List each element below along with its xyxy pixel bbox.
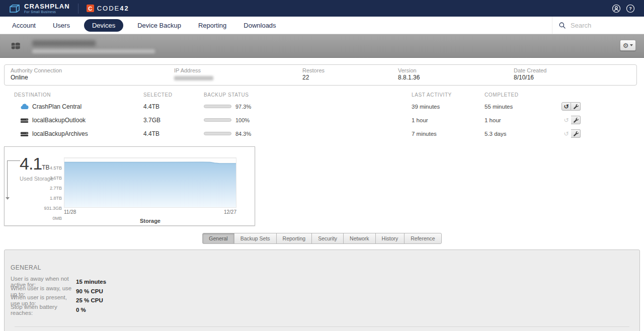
- backup-percent: 84.3%: [235, 131, 251, 137]
- selected-size: 3.7GB: [143, 117, 204, 124]
- destination-row: localBackupOutlook 3.7GB 100% 1 hour 1 h…: [4, 113, 637, 127]
- restore-button[interactable]: ↺: [561, 116, 571, 124]
- page-content: Authority Connection Online IP Address R…: [0, 64, 644, 331]
- brand-divider: [78, 4, 78, 14]
- search-box: [552, 17, 644, 34]
- tools-button[interactable]: [571, 129, 581, 138]
- destination-icon: [20, 117, 29, 124]
- info-authority-connection: Authority Connection Online: [5, 67, 168, 82]
- setting-row: User is away when not active for: 15 min…: [11, 277, 633, 287]
- account-icon[interactable]: [612, 4, 621, 13]
- tab-history[interactable]: History: [375, 233, 405, 244]
- destination-icon: [20, 103, 29, 110]
- device-actions-button[interactable]: ⚙: [620, 40, 636, 51]
- info-restores: Restores 22: [296, 67, 392, 82]
- backup-percent: 97.3%: [235, 104, 251, 110]
- nav-item-device-backup[interactable]: Device Backup: [137, 19, 181, 32]
- last-activity: 7 minutes: [412, 131, 485, 137]
- svg-text:?: ?: [629, 6, 632, 11]
- restore-button[interactable]: ↺: [561, 102, 571, 111]
- setting-row: When user is away, use up to: 90 % CPU: [11, 287, 633, 296]
- nav-item-users[interactable]: Users: [53, 19, 70, 32]
- tools-button[interactable]: [571, 116, 581, 124]
- destinations-header-row: DESTINATION SELECTED BACKUP STATUS LAST …: [4, 90, 637, 100]
- chart-plot-area: [64, 157, 236, 208]
- setting-row: Stop when battery reaches: 0 %: [11, 305, 633, 315]
- settings-tabs: General Backup Sets Reporting Security N…: [0, 233, 644, 244]
- help-icon[interactable]: ?: [626, 4, 635, 13]
- tab-reporting[interactable]: Reporting: [276, 233, 312, 244]
- backup-percent: 100%: [235, 117, 250, 123]
- general-section-title: GENERAL: [11, 264, 633, 271]
- crashplan-logo: CRASHPLAN For Small Business: [9, 3, 70, 14]
- completed: 5.3 days: [485, 131, 561, 137]
- last-activity: 1 hour: [412, 117, 485, 123]
- code42-wordmark: CODE42: [97, 5, 129, 12]
- tab-reference[interactable]: Reference: [404, 233, 441, 244]
- nav-item-account[interactable]: Account: [12, 19, 36, 32]
- tab-general[interactable]: General: [202, 233, 234, 244]
- wrench-icon: [573, 104, 579, 109]
- tools-button[interactable]: [571, 102, 581, 111]
- completed: 55 minutes: [485, 104, 561, 110]
- chart-y-axis: 4.5TB 3.6TB 2.7TB 1.8TB 931.3GB 0MB: [33, 168, 62, 218]
- code42-logo: C CODE42: [87, 5, 129, 12]
- nav-item-reporting[interactable]: Reporting: [198, 19, 226, 32]
- chevron-down-icon: [630, 44, 633, 46]
- crashplan-wordmark: CRASHPLAN: [24, 3, 70, 10]
- crashplan-tagline: For Small Business: [24, 11, 70, 14]
- tab-backup-sets[interactable]: Backup Sets: [234, 233, 277, 244]
- destination-name[interactable]: localBackupArchives: [32, 130, 88, 137]
- code42-c-icon: C: [87, 5, 94, 12]
- selected-size: 4.4TB: [143, 103, 204, 110]
- device-header-bar: ⚙: [0, 34, 644, 58]
- device-name-redacted: [32, 40, 96, 46]
- backup-progress-bar: [204, 132, 231, 135]
- wrench-icon: [573, 117, 579, 123]
- search-icon: [558, 22, 566, 29]
- destination-name[interactable]: CrashPlan Central: [32, 103, 82, 110]
- search-input[interactable]: [571, 22, 631, 29]
- destination-row: CrashPlan Central 4.4TB 97.3% 39 minutes…: [4, 100, 637, 113]
- tab-security[interactable]: Security: [311, 233, 344, 244]
- windows-logo-icon: [10, 39, 24, 53]
- completed: 1 hour: [485, 117, 561, 123]
- storage-chart-card: 4.1TB Used Storage 4.5TB 3.6TB 2.7TB 1.8…: [4, 146, 255, 226]
- chart-x-title: Storage: [64, 218, 236, 224]
- tab-network[interactable]: Network: [343, 233, 376, 244]
- restore-button[interactable]: ↺: [561, 129, 571, 138]
- last-activity: 39 minutes: [412, 104, 485, 110]
- destinations-table: DESTINATION SELECTED BACKUP STATUS LAST …: [4, 90, 637, 140]
- ip-redacted: [174, 76, 213, 80]
- nav-item-downloads[interactable]: Downloads: [244, 19, 276, 32]
- gear-icon: ⚙: [623, 42, 629, 49]
- chart-x-axis: 11/28 12/27: [64, 209, 236, 215]
- info-ip-address: IP Address: [168, 67, 296, 82]
- backup-progress-bar: [204, 105, 231, 108]
- restore-icon: ↺: [564, 131, 569, 137]
- destination-row: localBackupArchives 4.4TB 84.3% 7 minute…: [4, 127, 637, 140]
- general-settings-panel: GENERAL User is away when not active for…: [4, 250, 640, 331]
- destination-name[interactable]: localBackupOutlook: [32, 117, 86, 124]
- info-date-created: Date Created 8/10/16: [508, 67, 546, 82]
- storage-area-chart: 4.5TB 3.6TB 2.7TB 1.8TB 931.3GB 0MB 11/2…: [59, 147, 255, 225]
- destinations-to-chart-connector: [7, 160, 20, 199]
- destination-icon: [20, 130, 29, 137]
- main-nav: Account Users Devices Device Backup Repo…: [0, 17, 644, 34]
- backup-progress-bar: [204, 118, 231, 122]
- restore-icon: ↺: [564, 104, 569, 110]
- crashplan-box-icon: [9, 4, 20, 13]
- section-divider: [15, 326, 629, 327]
- setting-row: When user is present, use up to: 25 % CP…: [11, 296, 633, 305]
- wrench-icon: [573, 131, 579, 136]
- nav-item-devices[interactable]: Devices: [84, 19, 123, 32]
- device-subtitle-redacted: [32, 49, 155, 53]
- device-info-strip: Authority Connection Online IP Address R…: [4, 64, 637, 86]
- selected-size: 4.4TB: [143, 130, 204, 137]
- restore-icon: ↺: [564, 117, 569, 123]
- app-header: CRASHPLAN For Small Business C CODE42 ?: [0, 0, 644, 17]
- info-version: Version 8.8.1.36: [392, 67, 508, 82]
